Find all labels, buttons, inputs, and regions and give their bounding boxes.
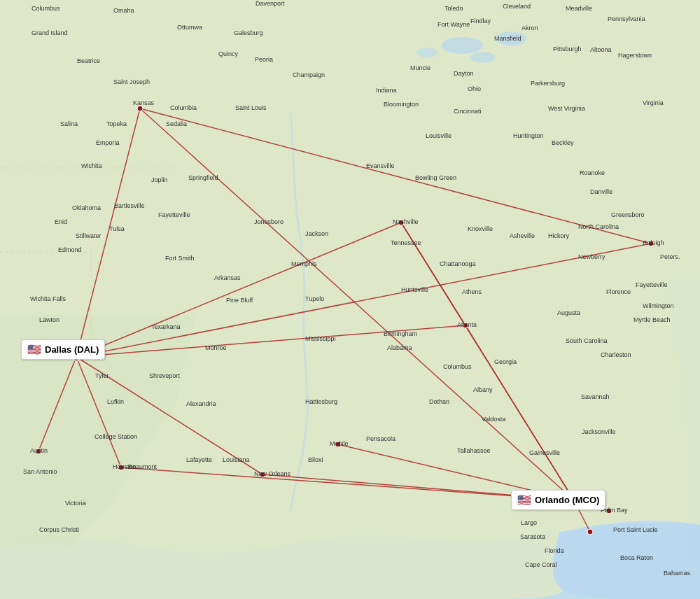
svg-text:Toledo: Toledo [444, 5, 463, 12]
svg-text:Columbus: Columbus [31, 5, 60, 12]
svg-text:Wichita: Wichita [81, 162, 102, 169]
svg-text:Galesburg: Galesburg [234, 29, 263, 36]
svg-text:Newberry: Newberry [578, 253, 606, 260]
svg-text:Tyler: Tyler [95, 372, 109, 379]
svg-text:Saint Louis: Saint Louis [235, 104, 267, 111]
svg-text:San Antonio: San Antonio [23, 468, 57, 475]
svg-text:Columbus: Columbus [443, 363, 472, 370]
svg-text:Peters.: Peters. [660, 253, 680, 260]
svg-text:College Station: College Station [94, 433, 137, 440]
svg-text:Hickory: Hickory [548, 232, 570, 239]
svg-text:Saint Joseph: Saint Joseph [113, 78, 150, 85]
svg-text:Edmond: Edmond [58, 246, 82, 253]
svg-text:Pine Bluff: Pine Bluff [226, 297, 253, 304]
svg-text:Memphis: Memphis [291, 260, 317, 267]
svg-text:Biloxi: Biloxi [308, 456, 323, 463]
svg-text:Mansfield: Mansfield [494, 35, 522, 42]
svg-text:Wichita Falls: Wichita Falls [30, 295, 66, 302]
svg-text:Wilmington: Wilmington [643, 302, 674, 309]
svg-point-3 [470, 52, 496, 63]
svg-text:Jacksonville: Jacksonville [582, 428, 616, 435]
svg-text:Arkansas: Arkansas [214, 274, 241, 281]
svg-text:Jackson: Jackson [305, 230, 328, 237]
svg-text:Beckley: Beckley [552, 139, 574, 146]
svg-text:Bowling Green: Bowling Green [415, 174, 456, 181]
svg-point-33 [587, 529, 593, 535]
svg-text:Kansas: Kansas [133, 99, 155, 106]
svg-text:Lafayette: Lafayette [186, 456, 212, 463]
svg-text:Fayetteville: Fayetteville [636, 281, 668, 288]
svg-text:Albany: Albany [473, 386, 493, 393]
svg-text:Danville: Danville [590, 188, 612, 195]
svg-text:Houston: Houston [113, 463, 136, 470]
svg-text:Muncie: Muncie [410, 64, 430, 71]
svg-text:Ohio: Ohio [468, 85, 481, 92]
svg-text:Florence: Florence [606, 288, 631, 295]
svg-text:Knoxville: Knoxville [468, 225, 493, 232]
svg-text:Parkersburg: Parkersburg [531, 80, 565, 87]
svg-text:Mobile: Mobile [330, 440, 349, 447]
svg-text:Cleveland: Cleveland [503, 3, 531, 10]
svg-text:Chattanooga: Chattanooga [440, 260, 476, 267]
svg-point-1 [441, 37, 483, 54]
svg-text:Akron: Akron [522, 24, 538, 31]
svg-text:Sedalia: Sedalia [166, 120, 187, 127]
svg-text:Huntington: Huntington [513, 132, 544, 139]
svg-text:Evansville: Evansville [366, 162, 395, 169]
dallas-label[interactable]: 🇺🇸 Dallas (DAL) [21, 339, 105, 360]
svg-text:Salina: Salina [60, 120, 78, 127]
svg-text:Bloomington: Bloomington [384, 101, 419, 108]
svg-text:Topeka: Topeka [106, 120, 127, 127]
orlando-label[interactable]: 🇺🇸 Orlando (MCO) [511, 490, 606, 510]
svg-text:Hattiesburg: Hattiesburg [305, 398, 337, 405]
svg-text:Birmingham: Birmingham [384, 330, 417, 337]
svg-text:Gainesville: Gainesville [529, 449, 560, 456]
svg-text:Boca Raton: Boca Raton [620, 554, 653, 561]
svg-text:Enid: Enid [55, 218, 67, 225]
svg-text:Alexandria: Alexandria [186, 400, 216, 407]
svg-text:Raleigh: Raleigh [643, 239, 664, 246]
svg-text:Peoria: Peoria [255, 56, 273, 63]
svg-text:Findlay: Findlay [470, 17, 491, 24]
svg-text:Myrtle Beach: Myrtle Beach [634, 316, 671, 323]
svg-text:North Carolina: North Carolina [578, 223, 619, 230]
svg-text:Mississippi: Mississippi [305, 335, 336, 342]
svg-text:Jonesboro: Jonesboro [254, 218, 284, 225]
svg-text:Victoria: Victoria [65, 500, 86, 507]
svg-text:Sarasota: Sarasota [520, 533, 545, 540]
svg-text:Champaign: Champaign [293, 71, 325, 78]
svg-text:Shreveport: Shreveport [149, 372, 181, 379]
orlando-label-text: Orlando (MCO) [535, 495, 599, 505]
svg-text:Pennsylvania: Pennsylvania [608, 15, 645, 22]
svg-text:Port Saint Lucie: Port Saint Lucie [613, 526, 658, 533]
svg-text:Corpus Christi: Corpus Christi [39, 526, 79, 533]
svg-text:Roanoke: Roanoke [580, 169, 605, 176]
svg-text:Florida: Florida [545, 547, 564, 554]
svg-point-25 [137, 106, 143, 111]
svg-text:Augusta: Augusta [557, 309, 580, 316]
svg-text:Louisville: Louisville [426, 132, 451, 139]
svg-text:Asheville: Asheville [510, 232, 535, 239]
svg-text:Lufkin: Lufkin [107, 398, 124, 405]
svg-text:Dayton: Dayton [454, 70, 474, 77]
svg-text:Charleston: Charleston [601, 351, 631, 358]
svg-text:Beatrice: Beatrice [77, 57, 100, 64]
svg-text:Georgia: Georgia [494, 358, 517, 365]
svg-text:Pensacola: Pensacola [366, 435, 396, 442]
svg-text:Bahamas: Bahamas [664, 570, 691, 577]
svg-text:Louisiana: Louisiana [223, 456, 250, 463]
svg-text:Springfield: Springfield [188, 174, 218, 181]
orlando-flag: 🇺🇸 [517, 493, 531, 507]
svg-text:Pittsburgh: Pittsburgh [553, 45, 582, 52]
svg-text:Savannah: Savannah [581, 393, 610, 400]
svg-text:Alabama: Alabama [387, 344, 412, 351]
svg-text:Nashville: Nashville [393, 218, 419, 225]
svg-text:Austin: Austin [30, 447, 48, 454]
svg-text:Stillwater: Stillwater [76, 232, 102, 239]
dallas-flag: 🇺🇸 [27, 343, 41, 356]
svg-text:Cape Coral: Cape Coral [525, 561, 557, 568]
svg-text:Emporia: Emporia [96, 139, 120, 146]
svg-text:Largo: Largo [521, 519, 537, 526]
map-container: Columbus Omaha Davenport Toledo Clevelan… [0, 0, 700, 599]
svg-text:Tupelo: Tupelo [305, 295, 324, 302]
